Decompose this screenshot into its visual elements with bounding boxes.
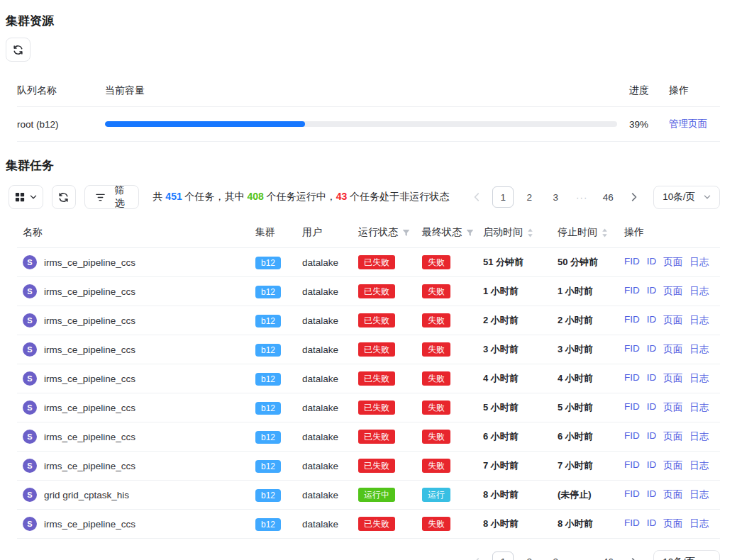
page-button[interactable]: 46 xyxy=(597,551,619,560)
next-page-button[interactable] xyxy=(624,551,645,560)
stop-time: (未停止) xyxy=(558,488,624,501)
page-button[interactable]: 3 xyxy=(545,551,566,560)
stop-time: 7 小时前 xyxy=(558,459,624,472)
fid-link[interactable]: FID xyxy=(624,488,640,501)
layout-dropdown-button[interactable] xyxy=(9,185,43,209)
prev-page-button[interactable] xyxy=(466,551,487,560)
fid-link[interactable]: FID xyxy=(624,372,640,385)
id-link[interactable]: ID xyxy=(647,372,657,385)
id-link[interactable]: ID xyxy=(647,256,657,269)
start-time: 51 分钟前 xyxy=(483,256,558,269)
cluster-tag: b12 xyxy=(255,257,281,269)
col-final-status: 最终状态 xyxy=(422,226,483,239)
fid-link[interactable]: FID xyxy=(624,343,640,356)
sorter-icon[interactable] xyxy=(602,228,608,237)
page-button[interactable]: 46 xyxy=(597,186,619,208)
page-link[interactable]: 页面 xyxy=(663,285,682,298)
page-button[interactable]: 1 xyxy=(492,186,514,208)
task-user: datalake xyxy=(302,286,358,297)
page-link[interactable]: 页面 xyxy=(663,459,682,472)
id-link[interactable]: ID xyxy=(647,488,657,501)
page-link[interactable]: 页面 xyxy=(663,430,682,443)
page-link[interactable]: 页面 xyxy=(663,343,682,356)
task-name-cell: S irms_ce_pipeline_ccs xyxy=(17,313,255,327)
manage-page-link[interactable]: 管理页面 xyxy=(669,118,707,129)
page-link[interactable]: 页面 xyxy=(663,517,682,530)
capacity-progress-fill xyxy=(105,121,305,127)
prev-page-button[interactable] xyxy=(466,186,487,208)
page-button[interactable]: 2 xyxy=(519,186,540,208)
tasks-summary: 共 451 个任务，其中 408 个任务运行中，43 个任务处于非运行状态 xyxy=(153,191,449,203)
log-link[interactable]: 日志 xyxy=(689,517,709,530)
run-status-badge: 已失败 xyxy=(358,313,395,327)
page-size-select[interactable]: 10条/页 xyxy=(653,550,720,560)
cluster-tag: b12 xyxy=(255,344,281,357)
fid-link[interactable]: FID xyxy=(624,256,640,269)
log-link[interactable]: 日志 xyxy=(689,401,709,414)
fid-link[interactable]: FID xyxy=(624,314,640,327)
next-page-button[interactable] xyxy=(624,186,645,208)
page-link[interactable]: 页面 xyxy=(663,401,682,414)
filter-funnel-icon[interactable] xyxy=(466,229,474,237)
page-link[interactable]: 页面 xyxy=(663,256,682,269)
page-link[interactable]: 页面 xyxy=(663,372,682,385)
filter-funnel-icon[interactable] xyxy=(402,229,410,237)
log-link[interactable]: 日志 xyxy=(689,372,709,385)
fid-link[interactable]: FID xyxy=(624,430,640,443)
refresh-icon xyxy=(13,45,23,55)
page-size-select[interactable]: 10条/页 xyxy=(653,186,720,209)
task-name: irms_ce_pipeline_ccs xyxy=(44,257,135,268)
page-button[interactable]: 3 xyxy=(545,186,566,208)
task-name: irms_ce_pipeline_ccs xyxy=(44,461,135,471)
task-user: datalake xyxy=(302,403,358,413)
log-link[interactable]: 日志 xyxy=(689,459,709,472)
summary-text: 共 xyxy=(153,191,165,202)
page-button[interactable]: 2 xyxy=(519,551,540,560)
page-button[interactable]: 1 xyxy=(492,551,514,560)
page-ellipsis[interactable]: ··· xyxy=(571,186,592,208)
log-link[interactable]: 日志 xyxy=(689,256,709,269)
id-link[interactable]: ID xyxy=(647,343,657,356)
page-ellipsis[interactable]: ··· xyxy=(571,551,592,560)
final-status-badge: 失败 xyxy=(422,255,450,269)
start-time: 6 小时前 xyxy=(483,430,558,443)
cluster-resources-title: 集群资源 xyxy=(6,13,720,29)
running-count: 408 xyxy=(248,191,264,202)
id-link[interactable]: ID xyxy=(647,314,657,327)
page: 集群资源 队列名称 当前容量 进度 操作 root (b12) xyxy=(0,0,737,560)
task-name-cell: S irms_ce_pipeline_ccs xyxy=(17,284,255,298)
fid-link[interactable]: FID xyxy=(624,517,640,530)
fid-link[interactable]: FID xyxy=(624,401,640,414)
run-status-badge: 已失败 xyxy=(358,517,395,531)
task-name: irms_ce_pipeline_ccs xyxy=(44,403,135,413)
final-status-badge: 失败 xyxy=(422,371,450,386)
fid-link[interactable]: FID xyxy=(624,285,640,298)
log-link[interactable]: 日志 xyxy=(689,285,709,298)
page-link[interactable]: 页面 xyxy=(663,314,682,327)
start-time: 2 小时前 xyxy=(483,314,558,327)
col-stop-time: 停止时间 xyxy=(558,226,624,239)
tasks-refresh-button[interactable] xyxy=(52,185,76,209)
log-link[interactable]: 日志 xyxy=(689,314,709,327)
page-link[interactable]: 页面 xyxy=(663,488,682,501)
log-link[interactable]: 日志 xyxy=(689,488,709,501)
cluster-tag: b12 xyxy=(255,315,281,327)
id-link[interactable]: ID xyxy=(647,430,657,443)
tasks-table: 名称 集群 用户 运行状态 最终状态 启动时间 xyxy=(17,218,720,539)
id-link[interactable]: ID xyxy=(647,459,657,472)
id-link[interactable]: ID xyxy=(647,401,657,414)
stop-time: 1 小时前 xyxy=(558,285,624,298)
task-row: S irms_ce_pipeline_ccs b12 datalake 已失败 … xyxy=(17,452,720,481)
filter-button[interactable]: 筛选 xyxy=(84,185,140,209)
resources-refresh-button[interactable] xyxy=(6,38,31,62)
start-time: 8 小时前 xyxy=(483,517,558,530)
fid-link[interactable]: FID xyxy=(624,459,640,472)
log-link[interactable]: 日志 xyxy=(689,343,709,356)
col-name: 名称 xyxy=(17,226,255,239)
log-link[interactable]: 日志 xyxy=(689,430,709,443)
task-actions: FIDID页面日志 xyxy=(624,256,720,269)
id-link[interactable]: ID xyxy=(647,517,657,530)
task-name: irms_ce_pipeline_ccs xyxy=(44,286,135,297)
sorter-icon[interactable] xyxy=(527,228,533,237)
id-link[interactable]: ID xyxy=(647,285,657,298)
